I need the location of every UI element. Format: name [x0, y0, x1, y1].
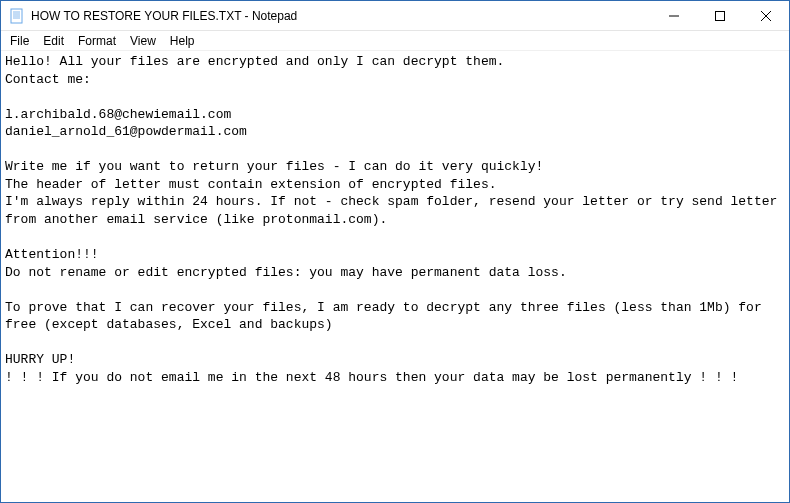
- minimize-button[interactable]: [651, 1, 697, 30]
- notepad-icon: [9, 8, 25, 24]
- menu-format[interactable]: Format: [71, 33, 123, 49]
- maximize-icon: [715, 11, 725, 21]
- menu-file[interactable]: File: [3, 33, 36, 49]
- menubar: File Edit Format View Help: [1, 31, 789, 51]
- close-button[interactable]: [743, 1, 789, 30]
- minimize-icon: [669, 11, 679, 21]
- titlebar[interactable]: HOW TO RESTORE YOUR FILES.TXT - Notepad: [1, 1, 789, 31]
- menu-view[interactable]: View: [123, 33, 163, 49]
- window-controls: [651, 1, 789, 30]
- text-area[interactable]: Hello! All your files are encrypted and …: [1, 51, 789, 502]
- notepad-window: HOW TO RESTORE YOUR FILES.TXT - Notepad …: [0, 0, 790, 503]
- close-icon: [761, 11, 771, 21]
- svg-rect-6: [716, 11, 725, 20]
- menu-edit[interactable]: Edit: [36, 33, 71, 49]
- window-title: HOW TO RESTORE YOUR FILES.TXT - Notepad: [31, 9, 651, 23]
- maximize-button[interactable]: [697, 1, 743, 30]
- menu-help[interactable]: Help: [163, 33, 202, 49]
